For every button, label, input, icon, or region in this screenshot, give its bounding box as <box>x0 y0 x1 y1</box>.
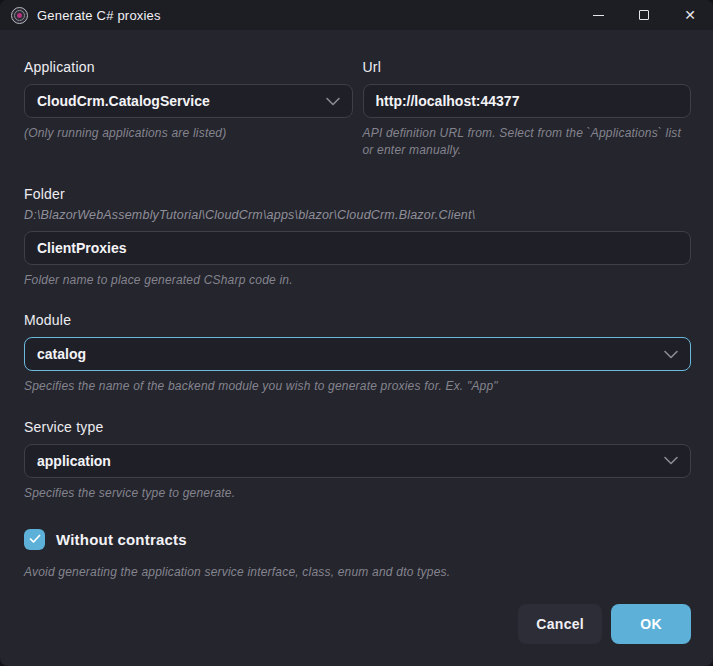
application-help-text: (Only running applications are listed) <box>24 125 353 142</box>
module-select[interactable]: catalog <box>24 337 691 371</box>
close-icon: ✕ <box>684 8 696 22</box>
url-input[interactable] <box>376 93 679 109</box>
generate-proxies-dialog: Generate C# proxies ✕ Application CloudC… <box>0 0 713 666</box>
service-type-help-text: Specifies the service type to generate. <box>24 485 691 502</box>
folder-path-text: D:\BlazorWebAssemblyTutorial\CloudCrm\ap… <box>24 208 691 222</box>
minimize-icon <box>593 15 604 16</box>
module-select-value: catalog <box>37 346 664 362</box>
titlebar: Generate C# proxies ✕ <box>0 0 713 30</box>
without-contracts-help-text: Avoid generating the application service… <box>24 564 691 581</box>
application-select-value: CloudCrm.CatalogService <box>37 93 326 109</box>
chevron-down-icon <box>664 456 678 465</box>
maximize-icon <box>639 10 649 20</box>
close-button[interactable]: ✕ <box>667 0 713 30</box>
ok-button[interactable]: OK <box>611 604 691 644</box>
maximize-button[interactable] <box>621 0 667 30</box>
without-contracts-label: Without contracts <box>56 531 187 548</box>
chevron-down-icon <box>664 350 678 359</box>
service-type-select[interactable]: application <box>24 444 691 478</box>
minimize-button[interactable] <box>575 0 621 30</box>
url-label: Url <box>363 59 692 75</box>
application-url-row: Application CloudCrm.CatalogService (Onl… <box>24 59 691 160</box>
application-field-group: Application CloudCrm.CatalogService (Onl… <box>24 59 353 160</box>
module-help-text: Specifies the name of the backend module… <box>24 378 691 395</box>
application-select[interactable]: CloudCrm.CatalogService <box>24 84 353 118</box>
url-help-text: API definition URL from. Select from the… <box>363 125 692 160</box>
application-label: Application <box>24 59 353 75</box>
folder-field-group: Folder D:\BlazorWebAssemblyTutorial\Clou… <box>24 186 691 289</box>
module-label: Module <box>24 312 691 328</box>
without-contracts-checkbox[interactable]: Without contracts <box>24 529 691 550</box>
module-field-group: Module catalog Specifies the name of the… <box>24 312 691 395</box>
url-input-wrapper <box>363 84 692 118</box>
checkbox-checked-icon <box>24 529 45 550</box>
window-title: Generate C# proxies <box>37 8 161 23</box>
url-field-group: Url API definition URL from. Select from… <box>363 59 692 160</box>
folder-input[interactable] <box>37 240 678 256</box>
abp-studio-logo-icon <box>11 7 28 24</box>
dialog-footer: Cancel OK <box>24 604 691 644</box>
service-type-select-value: application <box>37 453 664 469</box>
service-type-field-group: Service type application Specifies the s… <box>24 419 691 502</box>
service-type-label: Service type <box>24 419 691 435</box>
window-controls: ✕ <box>575 0 713 30</box>
cancel-button[interactable]: Cancel <box>518 604 602 644</box>
dialog-body: Application CloudCrm.CatalogService (Onl… <box>0 30 713 666</box>
folder-input-wrapper <box>24 231 691 265</box>
folder-help-text: Folder name to place generated CSharp co… <box>24 272 691 289</box>
without-contracts-field-group: Without contracts Avoid generating the a… <box>24 529 691 581</box>
folder-label: Folder <box>24 186 691 202</box>
chevron-down-icon <box>326 97 340 106</box>
